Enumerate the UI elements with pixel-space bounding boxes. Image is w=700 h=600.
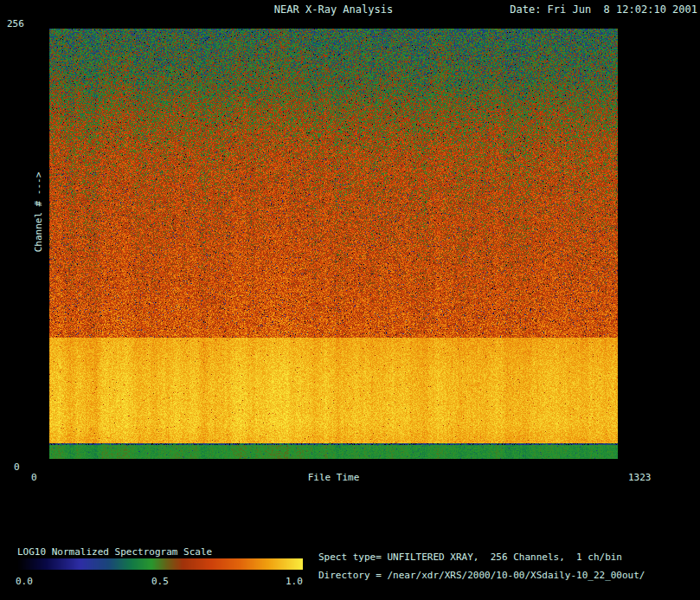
near-xray-analysis-window: { "header": { "title": "NEAR X-Ray Analy…: [0, 0, 700, 600]
colorbar-tick-mid: 0.5: [151, 576, 169, 587]
date-label: Date: Fri Jun 8 12:02:10 2001: [510, 3, 697, 16]
colorbar-tick-min: 0.0: [16, 576, 33, 587]
spect-type-info: Spect type= UNFILTERED XRAY, 256 Channel…: [318, 552, 622, 563]
colorbar-title: LOG10 Normalized Spectrogram Scale: [17, 546, 212, 558]
colorbar-gradient: [17, 558, 303, 570]
x-axis-tick-min: 0: [31, 472, 37, 483]
y-axis-label: Channel # --->: [33, 172, 44, 253]
spectrogram-image: [49, 29, 618, 459]
x-axis-tick-max: 1323: [628, 472, 652, 483]
x-axis-label: File Time: [49, 472, 618, 483]
y-axis-tick-min: 0: [14, 461, 20, 473]
y-axis-tick-max: 256: [7, 18, 24, 29]
colorbar-tick-max: 1.0: [286, 576, 303, 587]
directory-info: Directory = /near/xdr/XRS/2000/10-00/XSd…: [318, 570, 645, 581]
